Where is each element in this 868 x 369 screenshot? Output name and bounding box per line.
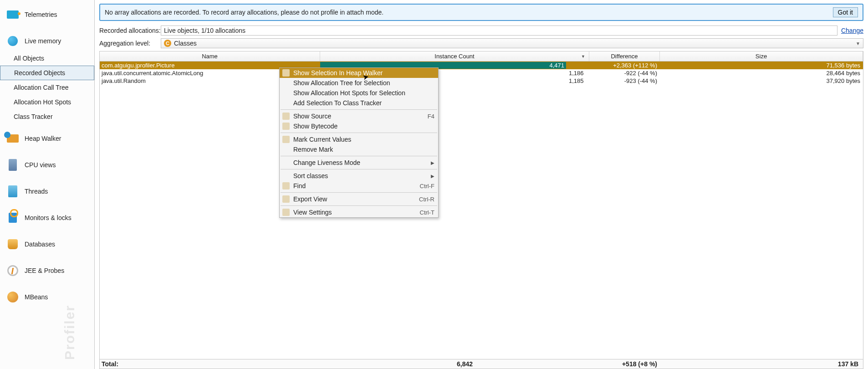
sidebar-sub-allocation-call-tree[interactable]: Allocation Call Tree: [0, 80, 94, 95]
sub-label: Allocation Hot Spots: [14, 98, 71, 106]
table-row[interactable]: com.atguigu.jprofiler.Picture4,471+2,363…: [100, 62, 863, 69]
menu-item[interactable]: Mark Current Values: [280, 134, 438, 144]
threads-icon: [5, 184, 20, 199]
main-panel: No array allocations are recorded. To re…: [95, 0, 868, 369]
live-memory-icon: [5, 34, 20, 48]
sort-descending-icon: ▼: [581, 54, 585, 59]
sidebar-sub-allocation-hot-spots[interactable]: Allocation Hot Spots: [0, 95, 94, 109]
menu-separator: [281, 156, 437, 156]
menu-label: Change Liveness Mode: [293, 159, 360, 166]
aggregation-value: Classes: [174, 40, 197, 47]
heap-walker-icon: [5, 131, 20, 146]
menu-item[interactable]: Sort classes▶: [280, 171, 438, 181]
total-diff: +518 (+8 %): [589, 360, 660, 368]
sidebar-item-databases[interactable]: Databases: [0, 234, 94, 254]
menu-shortcut: Ctrl-R: [419, 196, 434, 203]
table-body: com.atguigu.jprofiler.Picture4,471+2,363…: [100, 62, 863, 359]
lock-icon: [5, 210, 20, 225]
sidebar-item-threads[interactable]: Threads: [0, 181, 94, 201]
find-icon: [282, 182, 290, 190]
aggregation-row: Aggregation level: C Classes ▼: [95, 37, 868, 49]
sidebar-item-monitors-locks[interactable]: Monitors & locks: [0, 208, 94, 228]
sidebar-label: Telemetries: [25, 11, 57, 18]
menu-label: Add Selection To Class Tracker: [293, 99, 382, 107]
sub-label: Allocation Call Tree: [14, 84, 69, 91]
menu-label: Show Bytecode: [293, 123, 337, 130]
cell-diff: -922 (-44 %): [589, 70, 660, 77]
recorded-value: Live objects, 1/10 allocations: [164, 27, 245, 34]
sidebar-item-telemetries[interactable]: Telemetries: [0, 5, 94, 25]
sidebar: Telemetries Live memory All Objects Reco…: [0, 0, 95, 369]
sidebar-item-mbeans[interactable]: MBeans: [0, 287, 94, 307]
menu-shortcut: F4: [428, 113, 434, 120]
menu-item[interactable]: View SettingsCtrl-T: [280, 207, 438, 217]
menu-item[interactable]: Show SourceF4: [280, 111, 438, 121]
menu-label: Show Allocation Hot Spots for Selection: [293, 89, 405, 97]
recorded-value-field: Live objects, 1/10 allocations: [161, 26, 837, 36]
aggregation-label: Aggregation level:: [99, 40, 161, 47]
menu-item[interactable]: Change Liveness Mode▶: [280, 158, 438, 168]
recorded-label: Recorded allocations:: [99, 27, 161, 34]
walk-icon: [282, 69, 290, 77]
sidebar-item-jee-probes[interactable]: JEE & Probes: [0, 261, 94, 281]
context-menu[interactable]: Show Selection In Heap WalkerShow Alloca…: [279, 67, 439, 218]
change-link[interactable]: Change: [841, 27, 863, 34]
menu-separator: [281, 205, 437, 206]
sidebar-item-heap-walker[interactable]: Heap Walker: [0, 128, 94, 149]
submenu-arrow-icon: ▶: [431, 174, 434, 179]
settings-icon: [282, 209, 290, 216]
menu-separator: [281, 192, 437, 193]
sidebar-sub-recorded-objects[interactable]: Recorded Objects: [0, 66, 94, 80]
column-name[interactable]: Name: [100, 51, 320, 61]
sidebar-sub-class-tracker[interactable]: Class Tracker: [0, 109, 94, 124]
menu-item[interactable]: Show Allocation Hot Spots for Selection: [280, 88, 438, 98]
sidebar-item-cpu-views[interactable]: CPU views: [0, 155, 94, 175]
column-instance-count[interactable]: Instance Count ▼: [320, 51, 589, 61]
info-banner: No array allocations are recorded. To re…: [99, 4, 863, 21]
sidebar-label: JEE & Probes: [25, 267, 64, 274]
menu-label: Show Source: [293, 113, 331, 120]
column-size[interactable]: Size: [660, 51, 863, 61]
menu-item[interactable]: Show Bytecode: [280, 121, 438, 131]
menu-item[interactable]: Show Selection In Heap Walker: [280, 68, 438, 78]
menu-item[interactable]: Show Allocation Tree for Selection: [280, 78, 438, 88]
table-header: Name Instance Count ▼ Difference Size: [100, 51, 863, 62]
recorded-objects-table: Name Instance Count ▼ Difference Size co…: [99, 51, 863, 369]
export-icon: [282, 195, 290, 203]
menu-shortcut: Ctrl-F: [420, 183, 435, 190]
total-row: Total: 6,842 +518 (+8 %) 137 kB: [100, 359, 863, 369]
sidebar-label: CPU views: [25, 161, 56, 169]
watermark: Profiler: [62, 305, 77, 360]
menu-separator: [281, 169, 437, 169]
database-icon: [5, 237, 20, 251]
menu-item[interactable]: Remove Mark: [280, 144, 438, 154]
sidebar-sub-all-objects[interactable]: All Objects: [0, 51, 94, 66]
table-row[interactable]: java.util.Random1,185-923 (-44 %)37,920 …: [100, 77, 863, 85]
got-it-button[interactable]: Got it: [833, 7, 858, 17]
sidebar-label: MBeans: [25, 293, 48, 301]
cell-size: 37,920 bytes: [660, 77, 863, 84]
menu-item[interactable]: Add Selection To Class Tracker: [280, 98, 438, 108]
table-row[interactable]: java.util.concurrent.atomic.AtomicLong1,…: [100, 69, 863, 77]
sub-label: Class Tracker: [14, 113, 53, 120]
menu-label: Mark Current Values: [293, 136, 351, 143]
byte-icon: [282, 123, 290, 130]
count-number: 4,471: [549, 62, 564, 69]
menu-label: View Settings: [293, 209, 332, 216]
total-label: Total:: [100, 360, 320, 368]
sidebar-item-live-memory[interactable]: Live memory: [0, 31, 94, 51]
menu-item[interactable]: Export ViewCtrl-R: [280, 194, 438, 204]
count-number: 1,186: [569, 70, 584, 77]
menu-label: Sort classes: [293, 172, 328, 179]
sidebar-label: Databases: [25, 241, 55, 248]
column-difference[interactable]: Difference: [589, 51, 660, 61]
sub-label: All Objects: [14, 55, 44, 62]
menu-separator: [281, 133, 437, 133]
sidebar-label: Live memory: [25, 37, 61, 45]
menu-item[interactable]: FindCtrl-F: [280, 181, 438, 191]
src-icon: [282, 113, 290, 120]
sidebar-label: Monitors & locks: [25, 214, 71, 221]
aggregation-dropdown[interactable]: C Classes ▼: [161, 38, 863, 48]
recorded-allocations-row: Recorded allocations: Live objects, 1/10…: [95, 25, 868, 36]
menu-label: Find: [293, 182, 306, 190]
